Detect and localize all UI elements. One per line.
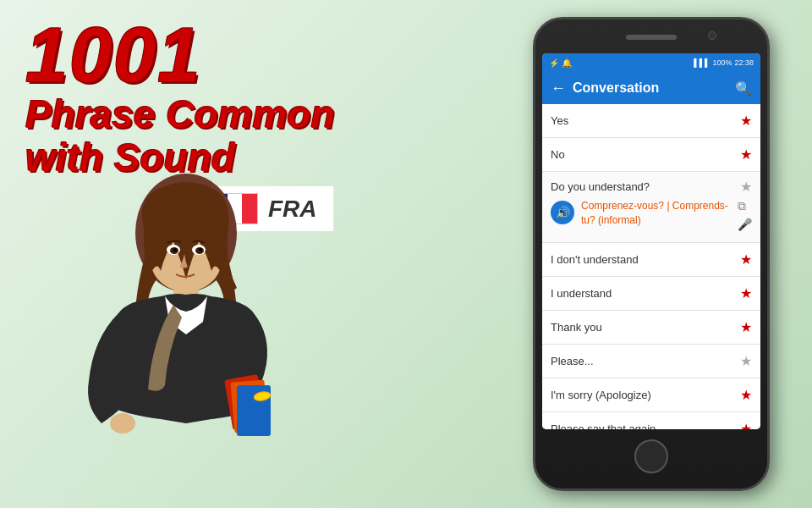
star-dont-understand[interactable]: ★ bbox=[740, 251, 752, 268]
back-button[interactable]: ← bbox=[551, 80, 566, 97]
phrase-row-understand: Do you understand? ★ bbox=[542, 179, 760, 195]
phrase-item-dont-understand[interactable]: I don't understand ★ bbox=[542, 243, 760, 277]
main-title-number: 1001 bbox=[25, 17, 431, 93]
usb-icon: ⚡ bbox=[549, 58, 559, 68]
star-repeat[interactable]: ★ bbox=[740, 421, 752, 429]
star-no[interactable]: ★ bbox=[740, 146, 752, 163]
star-yes[interactable]: ★ bbox=[740, 113, 752, 129]
status-left: ⚡ 🔔 bbox=[549, 58, 572, 68]
phrase-item-understand-q[interactable]: Do you understand? ★ 🔊 Comprenez-vous? |… bbox=[542, 172, 760, 243]
header-title: Conversation bbox=[573, 80, 728, 96]
home-button[interactable] bbox=[634, 439, 668, 473]
phrase-item-thank-you[interactable]: Thank you ★ bbox=[542, 311, 760, 345]
sound-button[interactable]: 🔊 bbox=[551, 201, 574, 224]
phrase-text-thank-you: Thank you bbox=[551, 321, 740, 334]
side-icons: ⧉ 🎤 bbox=[738, 199, 752, 231]
svg-point-3 bbox=[110, 413, 135, 433]
translation-text: Comprenez-vous? | Comprends-tu? (informa… bbox=[581, 199, 731, 228]
phone-speaker bbox=[626, 35, 677, 40]
search-button[interactable]: 🔍 bbox=[735, 80, 752, 97]
phrase-text-understand: I understand bbox=[551, 287, 740, 300]
phrase-text-sorry: I'm sorry (Apologize) bbox=[551, 389, 740, 401]
phrase-item-no[interactable]: No ★ bbox=[542, 138, 760, 172]
app-header: ← Conversation 🔍 bbox=[542, 72, 760, 104]
phrase-text-no: No bbox=[551, 148, 740, 161]
phone-device: ⚡ 🔔 ▌▌▌ 100% 22:38 ← Conversation 🔍 bbox=[533, 17, 770, 491]
phrase-text-understand-q: Do you understand? bbox=[551, 180, 740, 193]
copy-icon[interactable]: ⧉ bbox=[738, 199, 752, 213]
star-understand-q[interactable]: ★ bbox=[740, 179, 752, 195]
phrase-text-yes: Yes bbox=[551, 114, 740, 127]
phrase-item-yes[interactable]: Yes ★ bbox=[542, 104, 760, 138]
notification-icon: 🔔 bbox=[562, 58, 572, 68]
person-figure bbox=[42, 169, 330, 491]
clock: 22:38 bbox=[734, 58, 754, 67]
phrase-text-dont-understand: I don't understand bbox=[551, 253, 740, 266]
phrase-item-understand[interactable]: I understand ★ bbox=[542, 277, 760, 311]
expanded-content: 🔊 Comprenez-vous? | Comprends-tu? (infor… bbox=[542, 195, 760, 235]
battery-level: 100% bbox=[712, 58, 732, 67]
status-right: ▌▌▌ 100% 22:38 bbox=[694, 58, 754, 67]
phrase-item-please[interactable]: Please... ★ bbox=[542, 345, 760, 378]
star-thank-you[interactable]: ★ bbox=[740, 319, 752, 335]
phrase-item-sorry[interactable]: I'm sorry (Apologize) ★ bbox=[542, 378, 760, 412]
phrase-text-please: Please... bbox=[551, 355, 740, 367]
star-please[interactable]: ★ bbox=[740, 353, 752, 369]
phrase-list: Yes ★ No ★ Do you understand? ★ 🔊 bbox=[542, 104, 760, 429]
star-sorry[interactable]: ★ bbox=[740, 387, 752, 403]
phone-camera bbox=[708, 31, 716, 40]
main-title-line1: Phrase Common bbox=[25, 93, 431, 136]
svg-point-11 bbox=[173, 248, 177, 251]
status-bar: ⚡ 🔔 ▌▌▌ 100% 22:38 bbox=[542, 53, 760, 72]
phrase-item-repeat[interactable]: Please say that again ★ bbox=[542, 412, 760, 429]
signal-bars: ▌▌▌ bbox=[694, 58, 710, 67]
left-panel: 1001 Phrase Common with Sound bbox=[25, 17, 431, 191]
phone-body: ⚡ 🔔 ▌▌▌ 100% 22:38 ← Conversation 🔍 bbox=[533, 17, 770, 491]
phone-screen: ⚡ 🔔 ▌▌▌ 100% 22:38 ← Conversation 🔍 bbox=[542, 53, 760, 429]
svg-point-12 bbox=[199, 248, 202, 251]
mic-icon[interactable]: 🎤 bbox=[738, 218, 752, 231]
star-understand[interactable]: ★ bbox=[740, 285, 752, 301]
phrase-text-repeat: Please say that again bbox=[551, 422, 740, 429]
